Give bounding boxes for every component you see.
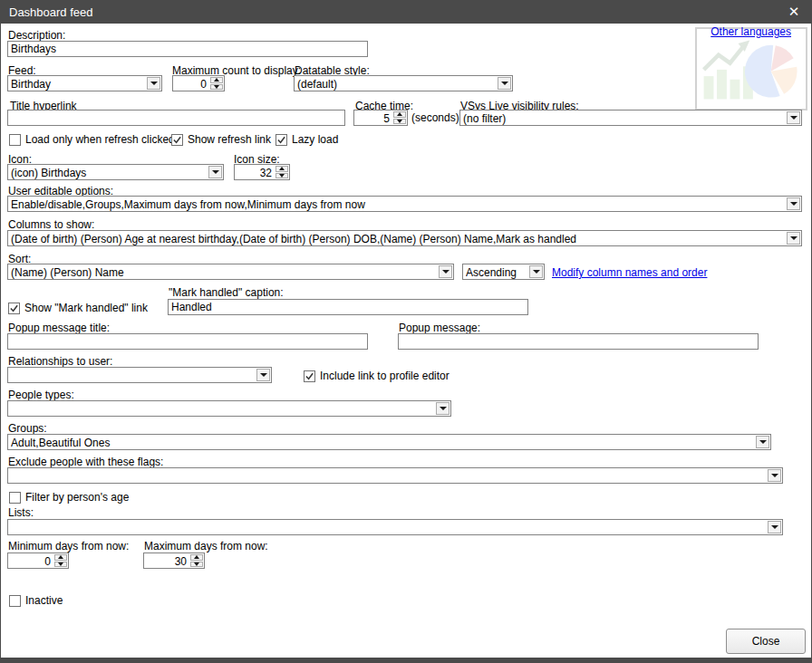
modify-columns-link[interactable]: Modify column names and order	[552, 266, 707, 279]
sort-direction-value: Ascending	[466, 266, 527, 279]
sort-value: (Name) (Person) Name	[11, 266, 436, 279]
checkbox-label: Show "Mark handled" link	[24, 302, 148, 314]
titlebar: Dashboard feed ✕	[0, 0, 812, 24]
mark-handled-caption-input[interactable]	[168, 299, 528, 315]
spinner-buttons	[393, 111, 406, 124]
filter-by-age-checkbox[interactable]: Filter by person's age	[9, 491, 129, 504]
user-editable-value: Enable/disable,Groups,Maximum days from …	[11, 198, 784, 211]
checkbox-label: Inactive	[25, 594, 63, 607]
spin-down-icon[interactable]	[276, 173, 288, 179]
dropdown-arrow-icon	[256, 369, 270, 381]
spin-down-icon[interactable]	[190, 562, 203, 568]
lists-select[interactable]	[7, 519, 783, 535]
spin-down-icon[interactable]	[54, 562, 67, 568]
spin-up-icon[interactable]	[276, 166, 288, 172]
checkbox-box	[171, 134, 183, 146]
sort-select[interactable]: (Name) (Person) Name	[7, 264, 454, 280]
checkbox-label: Show refresh link	[188, 133, 271, 146]
max-days-value: 30	[146, 555, 187, 568]
title-hyperlink-input[interactable]	[7, 110, 345, 126]
checkbox-box	[304, 370, 315, 382]
spinner-buttons	[210, 77, 223, 90]
window-title: Dashboard feed	[9, 5, 93, 19]
columns-value: (Date of birth) (Person) Age at nearest …	[11, 233, 784, 245]
dropdown-arrow-icon	[768, 521, 781, 533]
cache-time-suffix: (seconds)	[411, 112, 459, 124]
checkbox-box	[9, 492, 21, 504]
checkbox-label: Lazy load	[292, 133, 338, 146]
dashboard-feed-dialog: Dashboard feed ✕ Other languages	[0, 0, 812, 663]
dropdown-arrow-icon	[768, 469, 781, 482]
lazy-load-checkbox[interactable]: Lazy load	[276, 133, 338, 146]
dropdown-arrow-icon	[787, 232, 800, 245]
spin-down-icon[interactable]	[393, 119, 406, 125]
icon-size-value: 32	[237, 167, 272, 179]
vsys-live-value: (no filter)	[463, 112, 784, 125]
checkbox-box	[276, 134, 287, 146]
spin-up-icon[interactable]	[210, 77, 223, 83]
feed-select[interactable]: Birthday	[7, 75, 162, 91]
relationships-select[interactable]	[7, 367, 272, 383]
checkbox-box	[9, 134, 21, 146]
checkbox-label: Include link to profile editor	[320, 370, 450, 382]
groups-value: Adult,Beautiful Ones	[11, 437, 753, 449]
datatable-style-value: (default)	[297, 78, 495, 91]
max-count-value: 0	[175, 78, 207, 91]
cache-time-value: 5	[356, 112, 390, 125]
include-profile-link-checkbox[interactable]: Include link to profile editor	[304, 370, 450, 382]
dropdown-arrow-icon	[208, 166, 222, 178]
mark-handled-caption-label: "Mark handled" caption:	[169, 287, 284, 299]
min-days-spinner[interactable]: 0	[7, 552, 69, 569]
other-languages-link[interactable]: Other languages	[710, 25, 791, 38]
inactive-checkbox[interactable]: Inactive	[9, 594, 63, 607]
close-icon[interactable]: ✕	[783, 0, 805, 24]
spin-up-icon[interactable]	[54, 554, 67, 561]
dropdown-arrow-icon	[529, 265, 543, 278]
spin-down-icon[interactable]	[210, 84, 223, 91]
dialog-body: Other languages Description: Feed: Birth…	[1, 24, 811, 658]
charts-illustration-icon	[701, 33, 802, 105]
dropdown-arrow-icon	[498, 77, 511, 90]
checkbox-box	[8, 303, 20, 314]
spinner-buttons	[276, 166, 288, 178]
icon-value: (icon) Birthdays	[11, 167, 206, 179]
description-input[interactable]	[7, 41, 368, 57]
feed-value: Birthday	[11, 78, 144, 91]
icon-size-spinner[interactable]: 32	[234, 164, 290, 180]
close-button[interactable]: Close	[726, 629, 806, 654]
chart-watermark-image	[695, 27, 807, 110]
exclude-flags-select[interactable]	[7, 467, 783, 484]
load-only-refresh-checkbox[interactable]: Load only when refresh clicked	[9, 133, 175, 146]
min-days-label: Minimum days from now:	[8, 541, 129, 552]
datatable-style-select[interactable]: (default)	[294, 75, 513, 91]
max-count-spinner[interactable]: 0	[172, 75, 225, 91]
checkbox-label: Load only when refresh clicked	[25, 133, 175, 146]
icon-select[interactable]: (icon) Birthdays	[7, 164, 224, 180]
sort-direction-select[interactable]: Ascending	[462, 264, 545, 280]
popup-title-input[interactable]	[7, 333, 368, 350]
spin-up-icon[interactable]	[393, 111, 406, 118]
spinner-buttons	[190, 554, 203, 567]
vsys-live-select[interactable]: (no filter)	[459, 110, 802, 126]
user-editable-select[interactable]: Enable/disable,Groups,Maximum days from …	[7, 196, 802, 212]
checkbox-label: Filter by person's age	[25, 491, 129, 504]
popup-message-input[interactable]	[398, 333, 759, 350]
dropdown-arrow-icon	[756, 436, 769, 448]
columns-select[interactable]: (Date of birth) (Person) Age at nearest …	[7, 230, 802, 246]
show-refresh-link-checkbox[interactable]: Show refresh link	[171, 133, 271, 146]
groups-select[interactable]: Adult,Beautiful Ones	[7, 434, 771, 450]
dropdown-arrow-icon	[787, 197, 800, 210]
checkbox-box	[9, 595, 21, 607]
show-mark-handled-checkbox[interactable]: Show "Mark handled" link	[8, 302, 148, 314]
people-types-select[interactable]	[7, 400, 451, 417]
dropdown-arrow-icon	[436, 402, 450, 415]
spinner-buttons	[54, 554, 67, 567]
lists-label: Lists:	[8, 507, 34, 519]
max-days-spinner[interactable]: 30	[143, 552, 205, 569]
cache-time-spinner[interactable]: 5	[353, 110, 408, 126]
dropdown-arrow-icon	[787, 111, 800, 124]
dropdown-arrow-icon	[147, 77, 160, 90]
dropdown-arrow-icon	[439, 265, 452, 278]
min-days-value: 0	[10, 555, 51, 568]
spin-up-icon[interactable]	[190, 554, 203, 561]
